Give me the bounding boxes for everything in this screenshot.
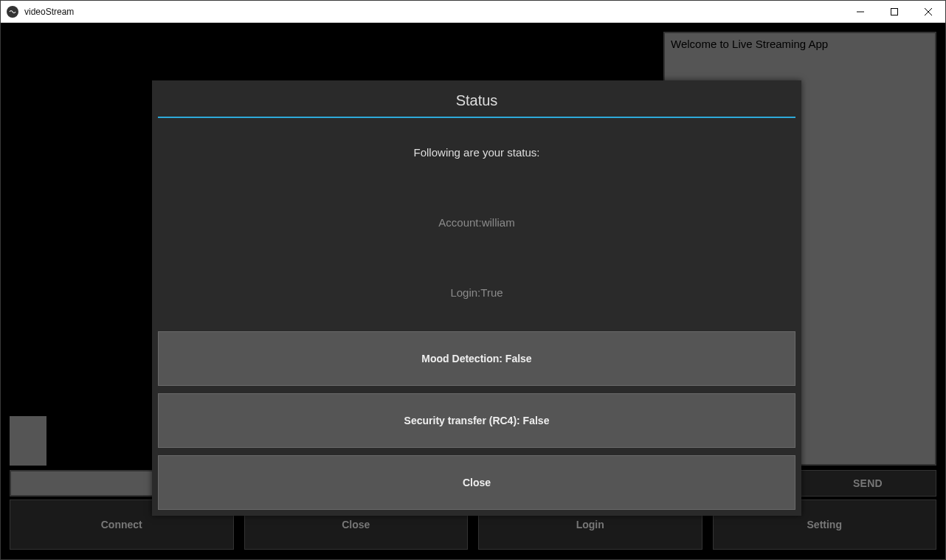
modal-buttons: Mood Detection: False Security transfer … bbox=[152, 299, 801, 510]
maximize-button[interactable] bbox=[877, 1, 911, 23]
modal-account: Account:william bbox=[152, 159, 801, 229]
modal-title: Status bbox=[152, 80, 801, 117]
modal-login: Login:True bbox=[152, 229, 801, 299]
window-title: videoStream bbox=[24, 7, 74, 17]
app-icon bbox=[7, 6, 18, 18]
status-modal: Status Following are your status: Accoun… bbox=[152, 80, 801, 516]
app-window: videoStream Welcome to Live Streaming Ap… bbox=[0, 0, 946, 560]
send-button[interactable]: SEND bbox=[799, 470, 936, 497]
modal-intro: Following are your status: bbox=[152, 118, 801, 159]
modal-close-button[interactable]: Close bbox=[158, 455, 795, 510]
security-transfer-button[interactable]: Security transfer (RC4): False bbox=[158, 393, 795, 448]
close-window-button[interactable] bbox=[911, 1, 945, 23]
titlebar: videoStream bbox=[1, 1, 945, 23]
app-body: Welcome to Live Streaming App SEND Conne… bbox=[1, 23, 945, 559]
mood-detection-button[interactable]: Mood Detection: False bbox=[158, 331, 795, 386]
preview-thumb bbox=[10, 416, 46, 466]
svg-rect-1 bbox=[891, 8, 898, 15]
minimize-button[interactable] bbox=[843, 1, 877, 23]
